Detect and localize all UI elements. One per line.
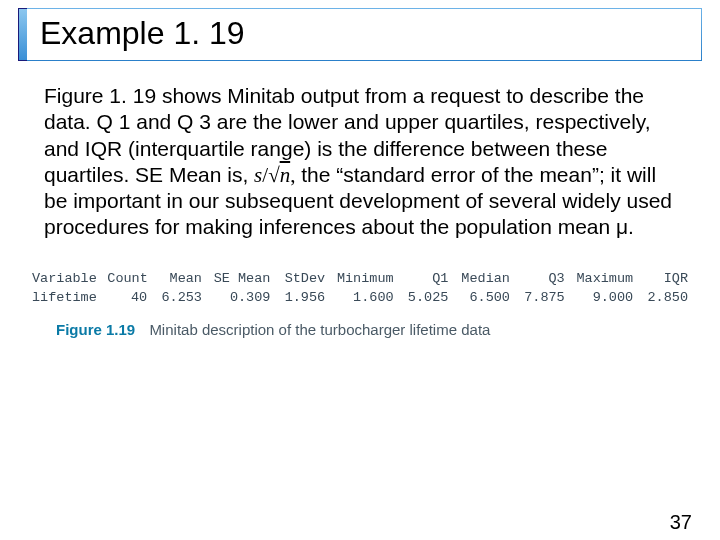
col-q1: Q1: [398, 269, 453, 288]
cell-maximum: 9.000: [569, 288, 637, 307]
figure-label: Figure 1.19: [56, 321, 135, 338]
col-q3: Q3: [514, 269, 569, 288]
col-maximum: Maximum: [569, 269, 637, 288]
figure-caption: Figure 1.19 Minitab description of the t…: [56, 321, 692, 338]
table-row: lifetime 40 6.253 0.309 1.956 1.600 5.02…: [28, 288, 692, 307]
cell-stdev: 1.956: [274, 288, 329, 307]
cell-median: 6.500: [452, 288, 514, 307]
cell-q1: 5.025: [398, 288, 453, 307]
col-count: Count: [103, 269, 151, 288]
cell-variable: lifetime: [28, 288, 103, 307]
table-header-row: Variable Count Mean SE Mean StDev Minimu…: [28, 269, 692, 288]
minitab-output: Variable Count Mean SE Mean StDev Minimu…: [28, 269, 692, 338]
col-se-mean: SE Mean: [206, 269, 274, 288]
cell-q3: 7.875: [514, 288, 569, 307]
cell-count: 40: [103, 288, 151, 307]
se-mean-formula: s/√n,: [254, 163, 295, 187]
cell-iqr: 2.850: [637, 288, 692, 307]
cell-se-mean: 0.309: [206, 288, 274, 307]
col-iqr: IQR: [637, 269, 692, 288]
formula-n: n: [280, 163, 291, 187]
cell-mean: 6.253: [151, 288, 206, 307]
figure-caption-text: Minitab description of the turbocharger …: [149, 321, 490, 338]
slide: Example 1. 19 Figure 1. 19 shows Minitab…: [0, 8, 720, 540]
col-mean: Mean: [151, 269, 206, 288]
col-stdev: StDev: [274, 269, 329, 288]
col-minimum: Minimum: [329, 269, 397, 288]
cell-minimum: 1.600: [329, 288, 397, 307]
col-median: Median: [452, 269, 514, 288]
stats-table: Variable Count Mean SE Mean StDev Minimu…: [28, 269, 692, 307]
body-paragraph: Figure 1. 19 shows Minitab output from a…: [0, 61, 720, 241]
slide-title: Example 1. 19: [26, 9, 701, 60]
col-variable: Variable: [28, 269, 103, 288]
title-bar: Example 1. 19: [18, 8, 702, 61]
page-number: 37: [670, 511, 692, 534]
